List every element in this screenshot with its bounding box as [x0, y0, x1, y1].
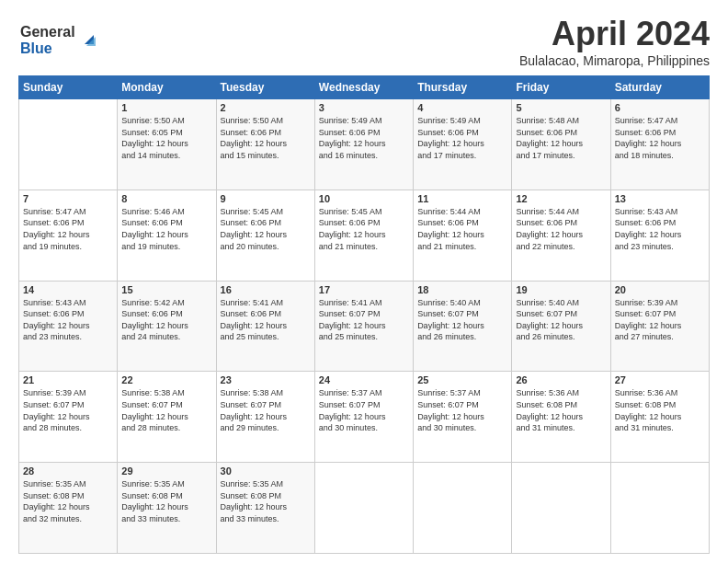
- day-number: 10: [319, 193, 409, 204]
- day-info: Sunrise: 5:47 AM Sunset: 6:06 PM Dayligh…: [615, 115, 705, 161]
- day-info: Sunrise: 5:38 AM Sunset: 6:07 PM Dayligh…: [221, 387, 311, 433]
- svg-text:Blue: Blue: [20, 40, 52, 56]
- calendar-header-row: Sunday Monday Tuesday Wednesday Thursday…: [19, 76, 710, 99]
- day-number: 27: [615, 374, 705, 385]
- calendar-cell: 8Sunrise: 5:46 AM Sunset: 6:06 PM Daylig…: [118, 190, 216, 281]
- calendar-cell: 3Sunrise: 5:49 AM Sunset: 6:06 PM Daylig…: [314, 99, 413, 190]
- day-info: Sunrise: 5:44 AM Sunset: 6:06 PM Dayligh…: [516, 206, 606, 252]
- day-number: 5: [516, 102, 606, 113]
- day-number: 8: [121, 193, 211, 204]
- day-info: Sunrise: 5:41 AM Sunset: 6:06 PM Dayligh…: [221, 297, 311, 343]
- calendar-cell: 9Sunrise: 5:45 AM Sunset: 6:06 PM Daylig…: [216, 190, 314, 281]
- calendar-cell: 20Sunrise: 5:39 AM Sunset: 6:07 PM Dayli…: [610, 281, 709, 372]
- day-number: 12: [516, 193, 606, 204]
- day-number: 19: [516, 284, 606, 295]
- calendar-cell: 26Sunrise: 5:36 AM Sunset: 6:08 PM Dayli…: [512, 372, 610, 463]
- day-info: Sunrise: 5:42 AM Sunset: 6:06 PM Dayligh…: [121, 297, 211, 343]
- page: General Blue April 2024 Bulalacao, Mimar…: [0, 0, 728, 563]
- day-info: Sunrise: 5:35 AM Sunset: 6:08 PM Dayligh…: [23, 478, 113, 524]
- day-info: Sunrise: 5:43 AM Sunset: 6:06 PM Dayligh…: [23, 297, 113, 343]
- calendar-cell: 17Sunrise: 5:41 AM Sunset: 6:07 PM Dayli…: [314, 281, 413, 372]
- calendar-cell: [414, 463, 512, 554]
- day-number: 29: [121, 465, 211, 477]
- calendar-cell: 4Sunrise: 5:49 AM Sunset: 6:06 PM Daylig…: [414, 99, 512, 190]
- header-tuesday: Tuesday: [216, 76, 314, 99]
- calendar-cell: 30Sunrise: 5:35 AM Sunset: 6:08 PM Dayli…: [216, 463, 314, 554]
- logo: General Blue: [18, 18, 101, 63]
- day-number: 20: [615, 284, 705, 295]
- calendar-table: Sunday Monday Tuesday Wednesday Thursday…: [18, 75, 710, 554]
- day-number: 15: [121, 284, 211, 295]
- day-info: Sunrise: 5:48 AM Sunset: 6:06 PM Dayligh…: [516, 115, 606, 161]
- day-info: Sunrise: 5:49 AM Sunset: 6:06 PM Dayligh…: [417, 115, 507, 161]
- calendar-cell: 2Sunrise: 5:50 AM Sunset: 6:06 PM Daylig…: [216, 99, 314, 190]
- day-info: Sunrise: 5:40 AM Sunset: 6:07 PM Dayligh…: [417, 297, 507, 343]
- calendar-cell: 11Sunrise: 5:44 AM Sunset: 6:06 PM Dayli…: [414, 190, 512, 281]
- day-number: 23: [221, 374, 311, 385]
- calendar-cell: 13Sunrise: 5:43 AM Sunset: 6:06 PM Dayli…: [610, 190, 709, 281]
- day-info: Sunrise: 5:37 AM Sunset: 6:07 PM Dayligh…: [417, 387, 507, 433]
- day-number: 21: [23, 374, 113, 385]
- calendar-cell: 14Sunrise: 5:43 AM Sunset: 6:06 PM Dayli…: [19, 281, 118, 372]
- day-info: Sunrise: 5:50 AM Sunset: 6:05 PM Dayligh…: [121, 115, 211, 161]
- svg-text:General: General: [20, 24, 75, 40]
- calendar-cell: 12Sunrise: 5:44 AM Sunset: 6:06 PM Dayli…: [512, 190, 610, 281]
- day-number: 22: [121, 374, 211, 385]
- title-block: April 2024 Bulalacao, Mimaropa, Philippi…: [519, 15, 710, 68]
- calendar-cell: 10Sunrise: 5:45 AM Sunset: 6:06 PM Dayli…: [314, 190, 413, 281]
- calendar-cell: 22Sunrise: 5:38 AM Sunset: 6:07 PM Dayli…: [118, 372, 216, 463]
- calendar-cell: 1Sunrise: 5:50 AM Sunset: 6:05 PM Daylig…: [118, 99, 216, 190]
- day-info: Sunrise: 5:35 AM Sunset: 6:08 PM Dayligh…: [121, 478, 211, 524]
- header: General Blue April 2024 Bulalacao, Mimar…: [18, 15, 710, 68]
- header-thursday: Thursday: [414, 76, 512, 99]
- header-sunday: Sunday: [19, 76, 118, 99]
- calendar-cell: 15Sunrise: 5:42 AM Sunset: 6:06 PM Dayli…: [118, 281, 216, 372]
- header-saturday: Saturday: [610, 76, 709, 99]
- day-info: Sunrise: 5:36 AM Sunset: 6:08 PM Dayligh…: [615, 387, 705, 433]
- week-row-3: 14Sunrise: 5:43 AM Sunset: 6:06 PM Dayli…: [19, 281, 710, 372]
- week-row-5: 28Sunrise: 5:35 AM Sunset: 6:08 PM Dayli…: [19, 463, 710, 554]
- day-info: Sunrise: 5:45 AM Sunset: 6:06 PM Dayligh…: [319, 206, 409, 252]
- calendar-cell: 23Sunrise: 5:38 AM Sunset: 6:07 PM Dayli…: [216, 372, 314, 463]
- day-number: 2: [221, 102, 311, 113]
- calendar-cell: 25Sunrise: 5:37 AM Sunset: 6:07 PM Dayli…: [414, 372, 512, 463]
- day-number: 24: [319, 374, 409, 385]
- day-number: 30: [221, 465, 311, 477]
- header-monday: Monday: [118, 76, 216, 99]
- day-number: 16: [221, 284, 311, 295]
- day-number: 7: [23, 193, 113, 204]
- day-info: Sunrise: 5:45 AM Sunset: 6:06 PM Dayligh…: [221, 206, 311, 252]
- day-info: Sunrise: 5:39 AM Sunset: 6:07 PM Dayligh…: [615, 297, 705, 343]
- calendar-cell: 27Sunrise: 5:36 AM Sunset: 6:08 PM Dayli…: [610, 372, 709, 463]
- day-info: Sunrise: 5:35 AM Sunset: 6:08 PM Dayligh…: [221, 478, 311, 524]
- calendar-cell: [610, 463, 709, 554]
- day-number: 18: [417, 284, 507, 295]
- week-row-1: 1Sunrise: 5:50 AM Sunset: 6:05 PM Daylig…: [19, 99, 710, 190]
- calendar-cell: 5Sunrise: 5:48 AM Sunset: 6:06 PM Daylig…: [512, 99, 610, 190]
- calendar-cell: 19Sunrise: 5:40 AM Sunset: 6:07 PM Dayli…: [512, 281, 610, 372]
- day-number: 28: [23, 465, 113, 477]
- day-info: Sunrise: 5:46 AM Sunset: 6:06 PM Dayligh…: [121, 206, 211, 252]
- week-row-2: 7Sunrise: 5:47 AM Sunset: 6:06 PM Daylig…: [19, 190, 710, 281]
- logo-text: General Blue: [18, 18, 101, 63]
- location: Bulalacao, Mimaropa, Philippines: [519, 53, 710, 68]
- day-info: Sunrise: 5:44 AM Sunset: 6:06 PM Dayligh…: [417, 206, 507, 252]
- day-info: Sunrise: 5:40 AM Sunset: 6:07 PM Dayligh…: [516, 297, 606, 343]
- day-info: Sunrise: 5:49 AM Sunset: 6:06 PM Dayligh…: [319, 115, 409, 161]
- day-number: 11: [417, 193, 507, 204]
- calendar-cell: 21Sunrise: 5:39 AM Sunset: 6:07 PM Dayli…: [19, 372, 118, 463]
- day-info: Sunrise: 5:37 AM Sunset: 6:07 PM Dayligh…: [319, 387, 409, 433]
- calendar-cell: [512, 463, 610, 554]
- calendar-cell: 24Sunrise: 5:37 AM Sunset: 6:07 PM Dayli…: [314, 372, 413, 463]
- calendar-cell: 16Sunrise: 5:41 AM Sunset: 6:06 PM Dayli…: [216, 281, 314, 372]
- day-number: 3: [319, 102, 409, 113]
- day-number: 14: [23, 284, 113, 295]
- day-number: 17: [319, 284, 409, 295]
- header-friday: Friday: [512, 76, 610, 99]
- day-number: 25: [417, 374, 507, 385]
- calendar-cell: 18Sunrise: 5:40 AM Sunset: 6:07 PM Dayli…: [414, 281, 512, 372]
- header-wednesday: Wednesday: [314, 76, 413, 99]
- calendar-cell: 29Sunrise: 5:35 AM Sunset: 6:08 PM Dayli…: [118, 463, 216, 554]
- day-number: 9: [221, 193, 311, 204]
- calendar-cell: 7Sunrise: 5:47 AM Sunset: 6:06 PM Daylig…: [19, 190, 118, 281]
